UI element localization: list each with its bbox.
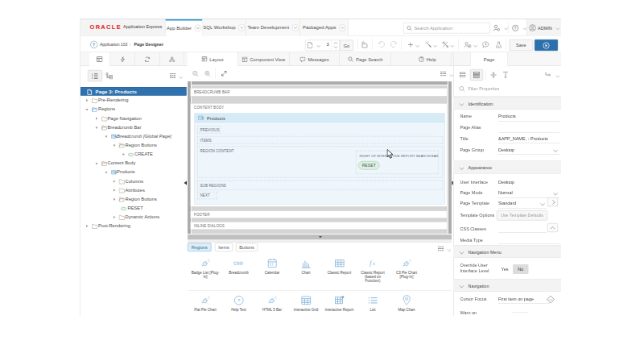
svg-text:2: 2 — [92, 76, 94, 79]
svg-text:?: ? — [420, 57, 423, 61]
svg-text:?: ? — [514, 26, 517, 31]
svg-text:x: x — [372, 261, 375, 266]
svg-text:f: f — [369, 259, 372, 267]
svg-text:?: ? — [237, 298, 241, 303]
